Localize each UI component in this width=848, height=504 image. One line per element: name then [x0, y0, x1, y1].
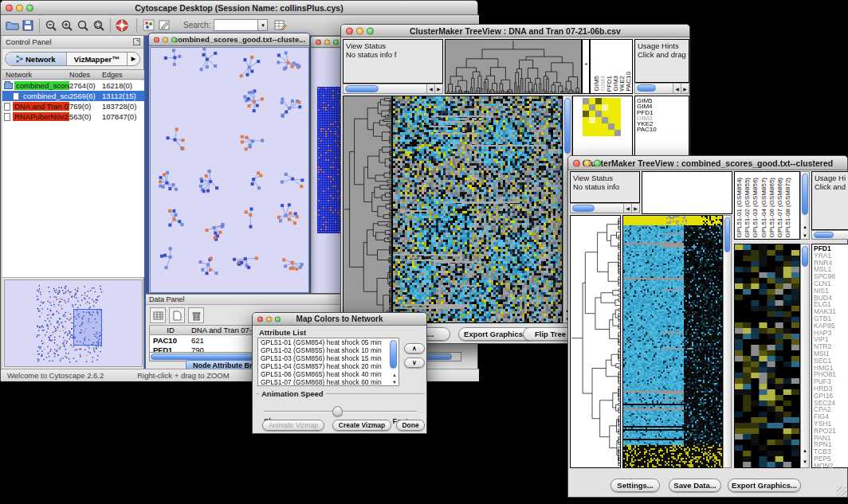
- animate-vizmap-button[interactable]: Animate Vizmap: [262, 420, 324, 431]
- gene-label[interactable]: RNR4: [814, 260, 848, 267]
- gene-label[interactable]: NTR2: [814, 343, 848, 350]
- scroll-right-icon[interactable]: ▶: [434, 84, 442, 93]
- gene-label[interactable]: PFD1: [637, 110, 689, 115]
- zoom-fit-icon[interactable]: [91, 18, 107, 33]
- zoom-window-icon[interactable]: [594, 159, 601, 166]
- zoom-selected-icon[interactable]: [75, 18, 91, 33]
- list-scroll-thumb[interactable]: [390, 340, 397, 369]
- gene-label[interactable]: YKE2: [637, 121, 689, 127]
- gene-label[interactable]: SEC24: [814, 400, 848, 407]
- tv2-usage-scrollbar[interactable]: [811, 230, 848, 240]
- close-icon[interactable]: [257, 316, 263, 322]
- gene-label[interactable]: RPO21: [814, 428, 848, 435]
- gene-label[interactable]: RPN1: [814, 441, 848, 448]
- network-tree-row[interactable]: RNAPuberNov2+563(0)107847(0): [2, 111, 144, 122]
- zoom-window-icon[interactable]: [333, 39, 339, 45]
- attribute-table-icon[interactable]: [150, 307, 166, 323]
- scroll-down-icon[interactable]: ▼: [801, 459, 809, 464]
- main-titlebar[interactable]: Cytoscape Desktop (Session Name: collins…: [1, 1, 477, 15]
- attribute-item[interactable]: GPL51-07 (GSM868) heat shock 60 min: [258, 378, 398, 386]
- gene-label[interactable]: VIP1: [814, 336, 848, 343]
- close-icon[interactable]: [346, 27, 353, 34]
- gene-label[interactable]: TCB3: [814, 448, 848, 455]
- gene-label[interactable]: BUD4: [814, 295, 848, 302]
- slider-thumb[interactable]: [332, 406, 343, 416]
- scroll-right-icon[interactable]: ▶: [631, 204, 639, 213]
- gene-label[interactable]: GIM4: [637, 104, 689, 109]
- zoom-in-icon[interactable]: [59, 18, 75, 33]
- network-list-empty[interactable]: [2, 122, 144, 278]
- network-tree-row[interactable]: combined_scores2764(0)16218(0): [2, 80, 144, 91]
- tv2-heatmap[interactable]: [622, 215, 723, 468]
- gene-label[interactable]: GTB1: [814, 315, 848, 322]
- tv2-right-heatmap[interactable]: [734, 244, 800, 468]
- resize-grip[interactable]: [837, 486, 846, 496]
- create-vizmap-button[interactable]: Create Vizmap: [332, 420, 391, 431]
- scroll-left-icon[interactable]: ◀: [673, 84, 681, 93]
- gene-label[interactable]: PFD1: [814, 245, 848, 252]
- tv1-dendro-strip[interactable]: ◂: [582, 39, 590, 94]
- speed-slider[interactable]: [264, 406, 417, 417]
- attribute-listbox[interactable]: ▲ ▼ GPL51-01 (GSM854) heat shock 05 minG…: [257, 338, 399, 386]
- zoom-window-icon[interactable]: [367, 27, 374, 34]
- scroll-up-icon[interactable]: ▲: [801, 225, 809, 229]
- tv2-heatmap-vscrollbar[interactable]: [723, 215, 732, 468]
- gene-label[interactable]: PAN1: [814, 435, 848, 442]
- gene-label[interactable]: GIM3: [637, 115, 689, 121]
- gene-label[interactable]: GIM5: [637, 98, 689, 104]
- gene-label[interactable]: CPA2: [814, 406, 848, 413]
- tv1-row-dendrogram[interactable]: [343, 96, 392, 323]
- tv2-status-scrollbar[interactable]: ◀▶: [570, 203, 640, 213]
- gene-label[interactable]: YRA1: [814, 252, 848, 260]
- zoom-out-icon[interactable]: [43, 18, 59, 33]
- tv1-column-dendrogram[interactable]: [445, 39, 582, 94]
- window-controls[interactable]: [6, 4, 33, 11]
- open-session-button[interactable]: [4, 18, 20, 33]
- scroll-up-icon[interactable]: ▲: [392, 373, 397, 377]
- gene-label[interactable]: PHO81: [814, 371, 848, 378]
- gene-label[interactable]: SEC1: [814, 357, 848, 365]
- network-canvas-1[interactable]: [150, 47, 309, 293]
- move-down-button[interactable]: ∨: [404, 357, 425, 368]
- tv2-export-graphics-button[interactable]: Export Graphics...: [728, 479, 801, 492]
- gene-label[interactable]: PEP5: [814, 455, 848, 463]
- id-column-header[interactable]: ID: [150, 326, 191, 334]
- attribute-item[interactable]: GPL51-02 (GSM855) heat shock 10 min: [258, 346, 398, 354]
- treeview2-titlebar[interactable]: ClusterMaker TreeView : combined_scores_…: [568, 156, 847, 170]
- scroll-down-icon[interactable]: ▼: [392, 380, 397, 385]
- gene-label[interactable]: MSI1: [814, 350, 848, 357]
- zoom-window-icon[interactable]: [26, 4, 33, 11]
- gene-label[interactable]: MSL1: [814, 266, 848, 273]
- gene-label[interactable]: ELG1: [814, 301, 848, 308]
- tv1-usage-scrollbar[interactable]: ◀▶: [634, 83, 689, 94]
- gene-label[interactable]: PUF3: [814, 378, 848, 385]
- dialog-titlebar[interactable]: Map Colors to Network: [253, 313, 426, 326]
- gene-label[interactable]: KAP95: [814, 322, 848, 330]
- zoom-window-icon[interactable]: [275, 316, 281, 322]
- attribute-item[interactable]: GPL51-01 (GSM854) heat shock 05 min: [258, 338, 398, 346]
- scroll-down-icon[interactable]: ▼: [801, 233, 809, 238]
- gene-label[interactable]: MAK31: [814, 308, 848, 315]
- attribute-editor-icon[interactable]: [273, 18, 289, 33]
- close-icon[interactable]: [154, 37, 159, 42]
- gene-label[interactable]: FIG4: [814, 413, 848, 420]
- col-edges[interactable]: Edges: [102, 71, 144, 79]
- zoom-window-icon[interactable]: [171, 37, 177, 42]
- attribute-item[interactable]: GPL51-03 (GSM856) heat shock 15 min: [258, 354, 398, 362]
- delete-attribute-icon[interactable]: [188, 307, 204, 323]
- tv2-settings-button[interactable]: Settings...: [610, 479, 660, 492]
- gene-label[interactable]: NIS1: [814, 287, 848, 295]
- search-dropdown-icon[interactable]: ▼: [258, 19, 268, 31]
- done-button[interactable]: Done: [396, 420, 425, 431]
- tv2-save-data-button[interactable]: Save Data...: [669, 479, 721, 492]
- gene-label[interactable]: PAC10: [637, 127, 689, 132]
- correlation-heatmap[interactable]: [583, 98, 621, 136]
- gene-label[interactable]: MON2: [814, 463, 848, 470]
- search-input[interactable]: [214, 19, 258, 31]
- tv1-heatmap[interactable]: [392, 96, 563, 323]
- attribute-item[interactable]: GPL51-04 (GSM857) heat shock 20 min: [258, 362, 398, 370]
- close-icon[interactable]: [573, 159, 580, 166]
- tv2-genelist-vscrollbar[interactable]: ▲ ▼: [800, 244, 810, 468]
- attribute-item[interactable]: GPL51-06 (GSM865) heat shock 40 min: [258, 370, 398, 378]
- annotation-icon[interactable]: [156, 18, 172, 33]
